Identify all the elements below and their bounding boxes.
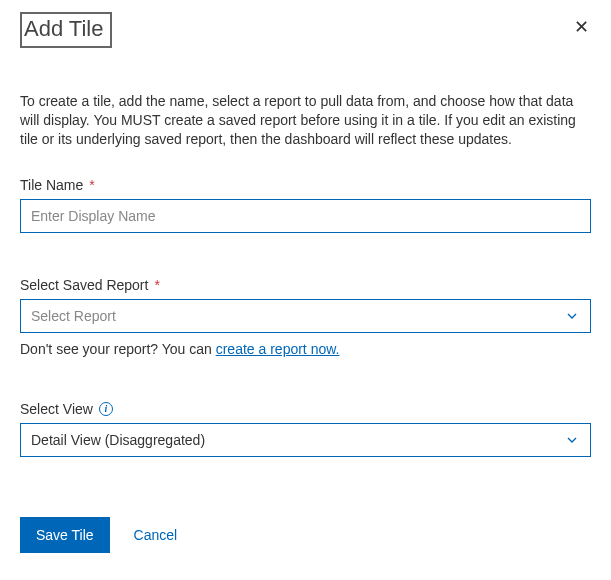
close-icon[interactable]: ✕ bbox=[574, 12, 591, 36]
tile-name-field: Tile Name * bbox=[20, 177, 591, 233]
saved-report-hint: Don't see your report? You can create a … bbox=[20, 341, 591, 357]
dialog-title: Add Tile bbox=[20, 12, 112, 48]
hint-prefix: Don't see your report? You can bbox=[20, 341, 216, 357]
saved-report-select[interactable]: Select Report bbox=[20, 299, 591, 333]
view-select[interactable]: Detail View (Disaggregated) bbox=[20, 423, 591, 457]
saved-report-label: Select Saved Report bbox=[20, 277, 148, 293]
create-report-link[interactable]: create a report now. bbox=[216, 341, 340, 357]
save-tile-button[interactable]: Save Tile bbox=[20, 517, 110, 553]
chevron-down-icon bbox=[564, 308, 580, 324]
tile-name-label: Tile Name bbox=[20, 177, 83, 193]
view-field: Select View i Detail View (Disaggregated… bbox=[20, 401, 591, 457]
view-value: Detail View (Disaggregated) bbox=[31, 432, 205, 448]
cancel-button[interactable]: Cancel bbox=[134, 527, 178, 543]
tile-name-input[interactable] bbox=[20, 199, 591, 233]
saved-report-field: Select Saved Report * Select Report Don'… bbox=[20, 277, 591, 357]
required-indicator: * bbox=[89, 178, 94, 192]
dialog-description: To create a tile, add the name, select a… bbox=[20, 92, 591, 149]
chevron-down-icon bbox=[564, 432, 580, 448]
info-icon[interactable]: i bbox=[99, 402, 113, 416]
saved-report-placeholder: Select Report bbox=[31, 308, 116, 324]
view-label: Select View bbox=[20, 401, 93, 417]
dialog-footer: Save Tile Cancel bbox=[20, 517, 591, 553]
required-indicator: * bbox=[154, 278, 159, 292]
